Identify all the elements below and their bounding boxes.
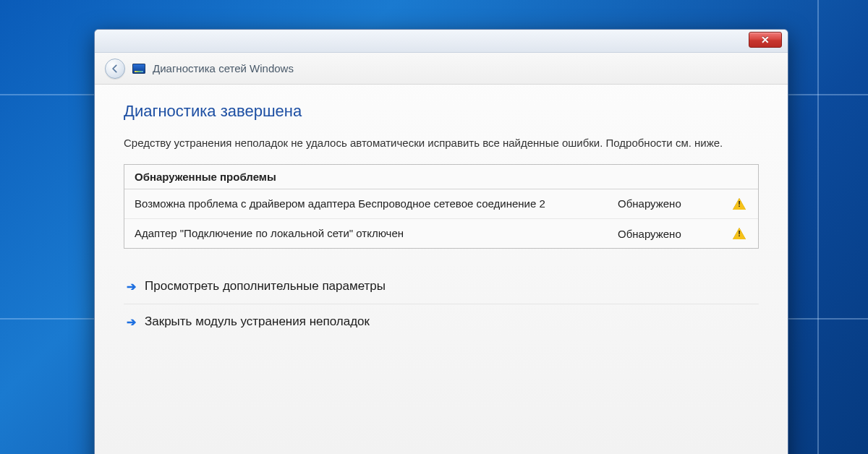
close-troubleshooter-label: Закрыть модуль устранения неполадок <box>145 314 370 329</box>
arrow-right-icon: ➔ <box>127 280 136 294</box>
back-button[interactable] <box>105 59 125 79</box>
problem-status: Обнаружено <box>618 197 719 210</box>
problem-row[interactable]: Адаптер "Подключение по локальной сети" … <box>124 218 758 248</box>
view-details-label: Просмотреть дополнительные параметры <box>145 279 386 294</box>
warning-icon <box>731 198 748 210</box>
header-bar: Диагностика сетей Windows <box>95 53 788 85</box>
problem-status: Обнаружено <box>618 228 719 240</box>
arrow-left-icon <box>110 64 120 74</box>
problem-description: Адаптер "Подключение по локальной сети" … <box>135 226 606 241</box>
content-area: Диагностика завершена Средству устранени… <box>95 85 788 346</box>
titlebar: ✕ <box>95 30 788 53</box>
network-monitor-icon <box>132 64 145 74</box>
arrow-right-icon: ➔ <box>127 315 136 329</box>
close-icon: ✕ <box>761 34 770 46</box>
main-heading: Диагностика завершена <box>124 102 759 121</box>
problem-row[interactable]: Возможна проблема с драйвером адаптера Б… <box>124 189 758 218</box>
description-text: Средству устранения неполадок не удалось… <box>124 135 759 151</box>
actions-list: ➔ Просмотреть дополнительные параметры ➔… <box>124 269 759 339</box>
window-title: Диагностика сетей Windows <box>153 62 294 74</box>
warning-icon <box>731 228 748 239</box>
close-button[interactable]: ✕ <box>749 32 782 48</box>
problems-box: Обнаруженные проблемы Возможна проблема … <box>124 164 759 249</box>
problems-header: Обнаруженные проблемы <box>124 165 758 189</box>
view-details-link[interactable]: ➔ Просмотреть дополнительные параметры <box>124 269 759 304</box>
problem-description: Возможна проблема с драйвером адаптера Б… <box>135 197 606 211</box>
close-troubleshooter-link[interactable]: ➔ Закрыть модуль устранения неполадок <box>124 304 759 339</box>
troubleshooter-window: ✕ Диагностика сетей Windows Диагностика … <box>94 29 788 454</box>
